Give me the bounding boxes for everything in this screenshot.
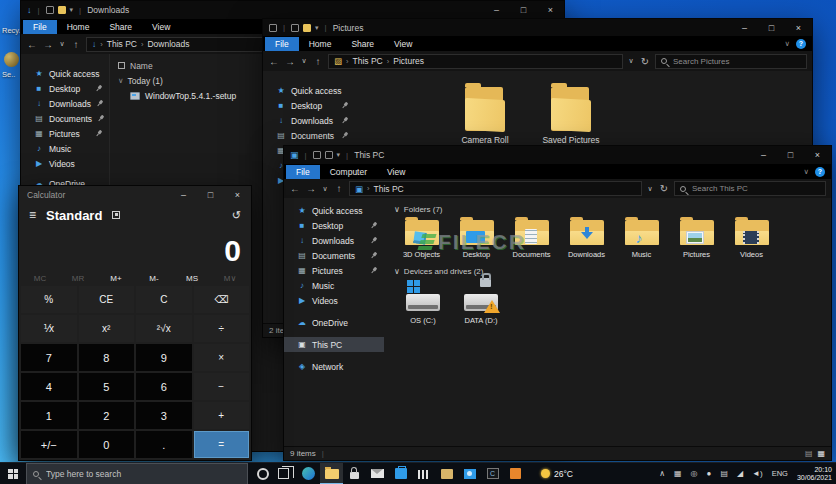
- collapse-icon[interactable]: ∨: [394, 205, 400, 214]
- key-6[interactable]: 6: [136, 373, 192, 400]
- refresh-icon[interactable]: ↻: [639, 56, 651, 67]
- sidebar-item-desktop[interactable]: ■Desktop: [263, 98, 355, 113]
- collapse-icon[interactable]: ∨: [118, 76, 124, 85]
- sidebar-item-music[interactable]: ♪Music: [21, 141, 109, 156]
- taskbar-app-file-explorer[interactable]: [320, 463, 343, 484]
- sidebar-item-downloads[interactable]: ↓Downloads: [263, 113, 355, 128]
- back-icon[interactable]: ←: [289, 183, 301, 194]
- new-folder-icon[interactable]: [58, 6, 66, 14]
- taskbar-app-files[interactable]: [435, 463, 458, 484]
- group-header-devices[interactable]: ∨ Devices and drives (2): [394, 267, 827, 276]
- folder-tile-documents[interactable]: Documents: [504, 217, 559, 259]
- minimize-button[interactable]: –: [170, 186, 197, 204]
- search-box[interactable]: [655, 54, 807, 69]
- list-view-icon[interactable]: ▤: [805, 449, 813, 458]
- tab-file[interactable]: File: [286, 165, 320, 179]
- memory-store-button[interactable]: MS: [173, 270, 211, 286]
- key-7[interactable]: 7: [21, 344, 77, 371]
- sidebar-item-downloads[interactable]: ↓Downloads: [284, 233, 384, 248]
- crumb-downloads[interactable]: Downloads: [147, 39, 189, 49]
- key-3[interactable]: 3: [136, 402, 192, 429]
- memory-recall-button[interactable]: MR: [59, 270, 97, 286]
- taskbar-app-mail[interactable]: [366, 463, 389, 484]
- taskbar-app-code[interactable]: C: [481, 463, 504, 484]
- address-dropdown-icon[interactable]: ∨: [627, 57, 635, 65]
- sidebar-item-quick-access[interactable]: ★Quick access: [263, 83, 355, 98]
- address-dropdown-icon[interactable]: ∨: [646, 185, 654, 193]
- language-indicator[interactable]: ENG: [772, 469, 788, 478]
- key-equals[interactable]: =: [194, 431, 250, 458]
- crumb-this-pc[interactable]: This PC: [353, 56, 383, 66]
- sidebar-item-downloads[interactable]: ↓Downloads: [21, 96, 109, 111]
- refresh-icon[interactable]: ↻: [658, 183, 670, 194]
- tray-grid-icon[interactable]: ▦: [674, 469, 682, 478]
- key-2[interactable]: 2: [79, 402, 135, 429]
- forward-icon[interactable]: →: [42, 39, 54, 50]
- desktop-icon-label[interactable]: Se..: [2, 70, 15, 79]
- taskbar-weather[interactable]: 26°C: [541, 469, 573, 479]
- breadcrumb[interactable]: ▣ › This PC: [349, 181, 642, 196]
- key-clear-entry[interactable]: CE: [79, 286, 135, 313]
- menu-icon[interactable]: ≡: [29, 208, 36, 222]
- close-button[interactable]: ×: [537, 1, 564, 19]
- properties-icon[interactable]: [291, 24, 299, 32]
- tab-computer[interactable]: Computer: [320, 165, 377, 179]
- key-clear[interactable]: C: [136, 286, 192, 313]
- new-folder-icon[interactable]: [325, 151, 333, 159]
- taskbar-search-input[interactable]: [44, 468, 241, 480]
- maximize-button[interactable]: □: [777, 146, 804, 164]
- sidebar-item-documents[interactable]: ▤Documents: [263, 128, 355, 143]
- key-5[interactable]: 5: [79, 373, 135, 400]
- close-button[interactable]: ×: [804, 146, 831, 164]
- sidebar-item-pictures[interactable]: ▦Pictures: [284, 263, 384, 278]
- up-icon[interactable]: ↑: [312, 56, 324, 67]
- tray-dot-icon[interactable]: ●: [707, 469, 712, 478]
- taskbar-search[interactable]: [26, 463, 248, 484]
- desktop-icon[interactable]: [4, 52, 19, 67]
- breadcrumb[interactable]: ▨ › This PC › Pictures: [328, 54, 623, 69]
- search-input[interactable]: [671, 56, 801, 67]
- sidebar-item-music[interactable]: ♪Music: [284, 278, 384, 293]
- sidebar-item-videos[interactable]: ▶Videos: [21, 156, 109, 171]
- folder-tile-desktop[interactable]: Desktop: [449, 217, 504, 259]
- memory-subtract-button[interactable]: M-: [135, 270, 173, 286]
- task-view-icon[interactable]: [278, 468, 289, 479]
- folder-tile-saved-pictures[interactable]: Saved Pictures: [535, 87, 607, 145]
- keep-on-top-icon[interactable]: [112, 211, 120, 219]
- key-4[interactable]: 4: [21, 373, 77, 400]
- sidebar-item-pictures[interactable]: ▦Pictures: [21, 126, 109, 141]
- folder-tile-camera-roll[interactable]: Camera Roll: [449, 87, 521, 145]
- forward-icon[interactable]: →: [305, 183, 317, 194]
- start-button[interactable]: [0, 463, 26, 484]
- key-decimal[interactable]: .: [136, 431, 192, 458]
- toolbar-dropdown-icon[interactable]: ▾: [337, 151, 341, 159]
- downloads-title-bar[interactable]: ↓ | ▾ | Downloads – □ ×: [21, 1, 564, 19]
- tray-circle-icon[interactable]: ◎: [691, 469, 698, 478]
- key-percent[interactable]: %: [21, 286, 77, 313]
- key-9[interactable]: 9: [136, 344, 192, 371]
- close-button[interactable]: ×: [785, 19, 812, 36]
- calculator-mode[interactable]: Standard: [46, 208, 102, 223]
- sidebar-item-documents[interactable]: ▤Documents: [21, 111, 109, 126]
- minimize-button[interactable]: –: [731, 19, 758, 36]
- toolbar-dropdown-icon[interactable]: ▾: [70, 6, 74, 14]
- folder-tile-downloads[interactable]: Downloads: [559, 217, 614, 259]
- tab-home[interactable]: Home: [57, 20, 100, 34]
- tab-file[interactable]: File: [265, 37, 299, 51]
- maximize-button[interactable]: □: [758, 19, 785, 36]
- key-negate[interactable]: +/−: [21, 431, 77, 458]
- tab-home[interactable]: Home: [299, 37, 342, 51]
- search-box[interactable]: [674, 181, 826, 196]
- taskbar-app-bank[interactable]: [412, 463, 435, 484]
- up-icon[interactable]: ↑: [333, 183, 345, 194]
- up-icon[interactable]: ↑: [70, 39, 82, 50]
- minimize-button[interactable]: –: [483, 1, 510, 19]
- sidebar-item-desktop[interactable]: ■Desktop: [21, 81, 109, 96]
- maximize-button[interactable]: □: [510, 1, 537, 19]
- key-multiply[interactable]: ×: [194, 344, 250, 371]
- taskbar-app-photos[interactable]: [458, 463, 481, 484]
- folder-tile-videos[interactable]: Videos: [724, 217, 779, 259]
- folder-tile-3d-objects[interactable]: 3D Objects: [394, 217, 449, 259]
- sidebar-item-videos[interactable]: ▶Videos: [284, 293, 384, 308]
- properties-icon[interactable]: [46, 6, 54, 14]
